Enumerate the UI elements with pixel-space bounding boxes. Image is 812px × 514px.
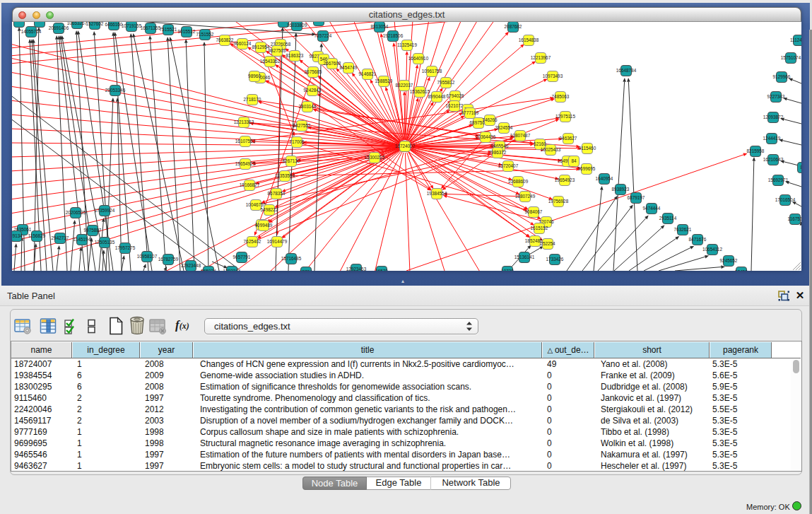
svg-text:85: 85	[800, 165, 801, 170]
